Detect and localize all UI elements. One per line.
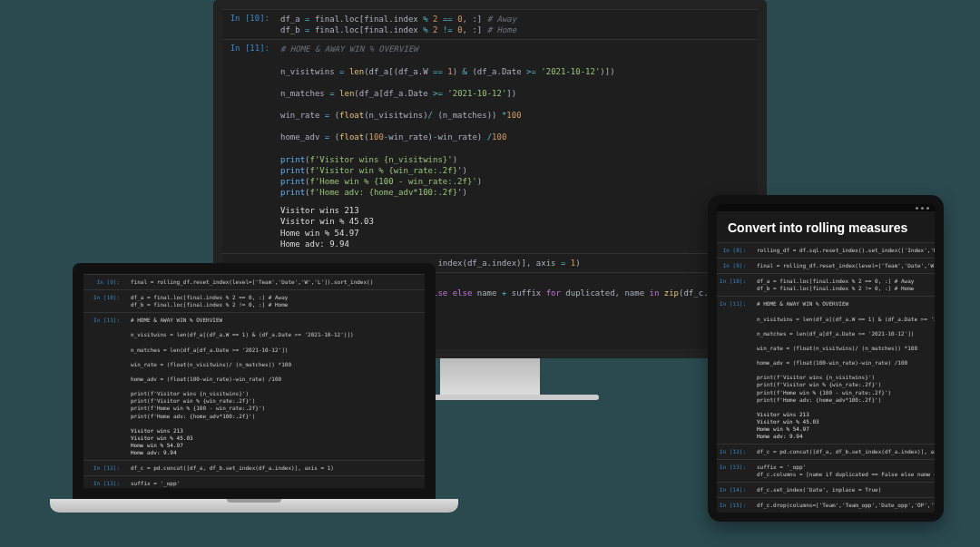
tablet-device: Convert into rolling measures In [8]: ro…	[708, 195, 944, 522]
prompt-label: In [11]:	[222, 40, 275, 201]
code-cell-14[interactable]: In [14]: df_c.set_index('Date', inplace …	[717, 482, 935, 497]
code-cell-15[interactable]: In [15]: df_c.drop(columns=['Team','Team…	[717, 497, 935, 513]
prompt-label: In [14]:	[717, 483, 751, 497]
output-block-11: Visitor wins 213 Visitor win % 45.03 Hom…	[717, 407, 935, 444]
prompt-label: In [11]:	[83, 313, 125, 423]
output-line: Visitor wins 213	[280, 206, 359, 215]
prompt-label: In [13]:	[717, 460, 751, 482]
code-block[interactable]: suffix = '_opp' df_c.columns = [name if …	[125, 476, 425, 498]
status-dot-icon	[916, 207, 918, 210]
prompt-label: In [10]:	[83, 290, 125, 312]
code-block[interactable]: final = rolling_df.reset_index(level=['T…	[125, 275, 425, 289]
tablet-status-bar	[717, 204, 935, 211]
code-block[interactable]: # HOME & AWAY WIN % OVERVIEW n_visitwins…	[125, 313, 425, 423]
page-title: Convert into rolling measures	[717, 211, 935, 242]
code-cell-11[interactable]: In [11]: # HOME & AWAY WIN % OVERVIEW n_…	[222, 39, 758, 201]
code-cell-10[interactable]: In [10]: df_a = final.loc[final.index % …	[83, 289, 425, 312]
laptop-screen: In [9]: final = rolling_df.reset_index(l…	[73, 263, 436, 499]
code-cell-13[interactable]: In [13]: suffix = '_opp' df_c.columns = …	[83, 475, 425, 498]
status-dot-icon	[921, 207, 924, 210]
code-block[interactable]: check_null = df.isnull().sum() check_nul…	[751, 514, 935, 522]
prompt-label: In [16]:	[717, 514, 751, 522]
code-cell-13[interactable]: In [13]: suffix = '_opp' df_c.columns = …	[717, 459, 935, 482]
prompt-label: In [9]:	[83, 275, 125, 289]
code-cell-9[interactable]: In [9]: final = rolling_df.reset_index(l…	[83, 274, 425, 289]
laptop-base	[50, 499, 458, 513]
code-block[interactable]: # HOME & AWAY WIN % OVERVIEW n_visitwins…	[275, 40, 758, 201]
output-line: Home win % 54.97	[280, 229, 359, 238]
code-block[interactable]: df_c.set_index('Date', inplace = True)	[751, 483, 935, 497]
code-block[interactable]: df_a = final.loc[final.index % 2 == 0, :…	[275, 10, 758, 39]
code-cell-16[interactable]: In [16]: check_null = df.isnull().sum() …	[717, 513, 935, 522]
code-block[interactable]: rolling_df = df.sql.reset_index().set_in…	[751, 243, 935, 258]
status-dot-icon	[926, 207, 929, 210]
prompt-label: In [10]:	[222, 10, 275, 39]
laptop-notch	[227, 499, 281, 503]
prompt-label: In [9]:	[717, 259, 751, 273]
code-cell-10[interactable]: In [10]: df_a = final.loc[final.index % …	[717, 273, 935, 296]
output-block-11: Visitor wins 213 Visitor win % 45.03 Hom…	[83, 424, 425, 460]
code-block[interactable]: # HOME & AWAY WIN % OVERVIEW n_visitwins…	[751, 297, 935, 406]
output-line: Home adv: 9.94	[280, 239, 349, 249]
prompt-label: In [10]:	[717, 274, 751, 296]
code-block[interactable]: final = rolling_df.reset_index(level=['T…	[751, 259, 935, 273]
code-block[interactable]: suffix = '_opp' df_c.columns = [name if …	[751, 460, 935, 482]
output-line: Visitor win % 45.03	[280, 217, 374, 226]
code-block[interactable]: df_a = final.loc[final.index % 2 == 0, :…	[125, 290, 425, 312]
code-cell-9[interactable]: In [9]: final = rolling_df.reset_index(l…	[717, 258, 935, 273]
code-cell-11[interactable]: In [11]: # HOME & AWAY WIN % OVERVIEW n_…	[717, 296, 935, 406]
code-cell-12[interactable]: In [12]: df_c = pd.concat([df_a, df_b.se…	[83, 460, 425, 475]
code-block[interactable]: df_c = pd.concat([df_a, df_b.set_index(d…	[125, 461, 425, 475]
prompt-label: In [12]:	[83, 461, 125, 475]
code-block[interactable]: df_c = pd.concat([df_a, df_b.set_index(d…	[751, 444, 935, 459]
laptop-device: In [9]: final = rolling_df.reset_index(l…	[50, 263, 458, 513]
code-cell-12[interactable]: In [12]: df_c = pd.concat([df_a, df_b.se…	[717, 444, 935, 459]
prompt-label: In [15]:	[717, 498, 751, 513]
code-block[interactable]: df_a = final.loc[final.index % 2 == 0, :…	[751, 274, 935, 296]
prompt-label: In [13]:	[83, 476, 125, 498]
code-block[interactable]: df_c.drop(columns=['Team','Team_opp','Da…	[751, 498, 935, 513]
code-cell-11[interactable]: In [11]: # HOME & AWAY WIN % OVERVIEW n_…	[83, 312, 425, 423]
code-cell-10[interactable]: In [10]: df_a = final.loc[final.index % …	[222, 9, 758, 39]
prompt-label: In [8]:	[717, 243, 751, 258]
code-cell-8[interactable]: In [8]: rolling_df = df.sql.reset_index(…	[717, 242, 935, 258]
prompt-label: In [11]:	[717, 297, 751, 406]
output-block-11: Visitor wins 213 Visitor win % 45.03 Hom…	[222, 201, 758, 253]
prompt-label: In [12]:	[717, 444, 751, 459]
